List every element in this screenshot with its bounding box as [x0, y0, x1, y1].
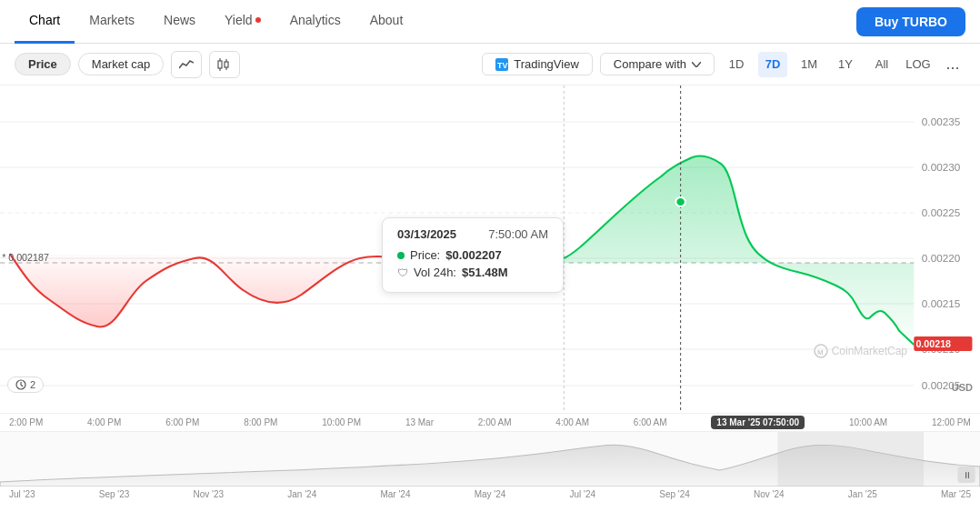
svg-text:0.00218: 0.00218 — [915, 339, 951, 349]
shield-icon: 🛡 — [397, 266, 408, 279]
svg-rect-3 — [225, 62, 228, 67]
svg-point-18 — [675, 197, 685, 206]
candle-chart-icon — [217, 58, 232, 71]
svg-text:0.00230: 0.00230 — [922, 162, 960, 173]
nav-tabs: Chart Markets News Yield Analytics About — [15, 0, 417, 44]
candle-chart-icon-button[interactable] — [209, 51, 240, 78]
price-tab-button[interactable]: Price — [15, 53, 71, 75]
line-chart-icon-button[interactable] — [171, 51, 202, 78]
range-1d-button[interactable]: 1D — [722, 52, 751, 77]
nav-bar: Chart Markets News Yield Analytics About… — [0, 0, 980, 44]
mini-chart: ⏸ — [0, 431, 980, 486]
tooltip-price-value: $0.002207 — [445, 248, 501, 262]
tooltip-price-row: Price: $0.002207 — [397, 248, 548, 262]
tooltip-header: 03/13/2025 7:50:00 AM — [397, 227, 548, 241]
history-badge[interactable]: 2 — [7, 376, 44, 393]
toolbar: Price Market cap TV TradingView Compare … — [0, 44, 980, 85]
line-chart-icon — [179, 59, 194, 70]
svg-text:TV: TV — [497, 61, 508, 70]
svg-text:⏸: ⏸ — [963, 470, 972, 480]
tooltip-vol-value: $51.48M — [462, 266, 508, 279]
svg-text:M: M — [817, 348, 824, 356]
range-1y-button[interactable]: 1Y — [831, 52, 860, 77]
mini-x-axis: Jul '23 Sep '23 Nov '23 Jan '24 Mar '24 … — [0, 486, 980, 502]
svg-rect-32 — [778, 432, 924, 487]
watermark: M CoinMarketCap — [814, 344, 907, 358]
tooltip-date: 03/13/2025 — [397, 227, 456, 241]
usd-label: USD — [952, 382, 973, 393]
log-button[interactable]: LOG — [904, 52, 933, 77]
svg-text:* 0.002187: * 0.002187 — [2, 253, 49, 263]
nav-tab-chart[interactable]: Chart — [15, 0, 75, 44]
market-cap-tab-button[interactable]: Market cap — [78, 53, 164, 75]
chart-tooltip: 03/13/2025 7:50:00 AM Price: $0.002207 🛡… — [382, 217, 564, 293]
nav-tab-news[interactable]: News — [149, 0, 210, 44]
tooltip-time: 7:50:00 AM — [488, 227, 548, 241]
range-1m-button[interactable]: 1M — [795, 52, 824, 77]
compare-button[interactable]: Compare with — [600, 53, 715, 75]
x-axis: 2:00 PM 4:00 PM 6:00 PM 8:00 PM 10:00 PM… — [0, 413, 980, 431]
nav-tab-about[interactable]: About — [355, 0, 418, 44]
buy-turbo-button[interactable]: Buy TURBO — [856, 7, 965, 36]
tooltip-vol-row: 🛡 Vol 24h: $51.48M — [397, 266, 548, 279]
svg-rect-0 — [218, 61, 222, 68]
svg-text:0.00215: 0.00215 — [922, 298, 960, 309]
range-all-button[interactable]: All — [867, 52, 896, 77]
tradingview-icon: TV — [495, 58, 508, 71]
svg-text:0.00225: 0.00225 — [922, 207, 960, 218]
highlighted-time-label: 13 Mar '25 07:50:00 — [711, 416, 805, 429]
range-7d-button[interactable]: 7D — [758, 52, 787, 77]
svg-text:0.00220: 0.00220 — [922, 253, 960, 264]
tradingview-button[interactable]: TV TradingView — [482, 53, 593, 75]
history-count: 2 — [30, 379, 35, 390]
nav-tab-analytics[interactable]: Analytics — [275, 0, 355, 44]
more-options-button[interactable]: ... — [940, 52, 965, 77]
price-dot-icon — [397, 252, 405, 259]
chevron-down-icon — [692, 62, 701, 67]
svg-text:0.00235: 0.00235 — [922, 116, 960, 127]
coinmarketcap-logo-icon: M — [814, 344, 828, 358]
chart-area: 0.00235 0.00230 0.00225 0.00220 0.00215 … — [0, 85, 980, 413]
nav-tab-markets[interactable]: Markets — [75, 0, 149, 44]
nav-tab-yield[interactable]: Yield — [210, 0, 275, 44]
yield-dot — [255, 17, 261, 23]
history-icon — [15, 379, 26, 390]
mini-chart-svg: ⏸ — [0, 432, 980, 487]
